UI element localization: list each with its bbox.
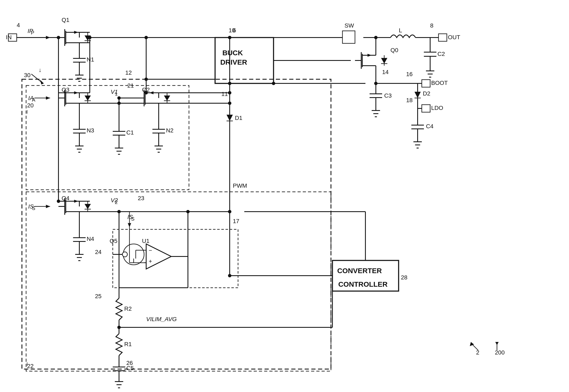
arrow30-label: ↓	[39, 67, 42, 73]
num11-label: 11	[221, 91, 228, 97]
ip-sub: P	[31, 30, 34, 35]
num20-label: 20	[27, 102, 34, 109]
boot-label: BOOT	[431, 80, 448, 86]
num24-label: 24	[95, 249, 102, 255]
q0-label: Q0	[390, 47, 398, 53]
n3-label: N3	[87, 127, 94, 134]
num16-label: 16	[406, 71, 413, 77]
buck-driver-label: BUCK	[222, 49, 243, 57]
converter-controller-label2: CONTROLLER	[338, 280, 388, 288]
pwm-label: PWM	[233, 182, 247, 189]
q1-label: Q1	[62, 17, 69, 23]
c1-label: C1	[126, 129, 134, 136]
ldo-label: LDO	[431, 105, 443, 111]
v1-sub: 1	[115, 91, 118, 97]
v2-sub: 2	[115, 199, 118, 205]
n1-label: N1	[87, 56, 94, 63]
svg-point-61	[374, 36, 377, 39]
r1-label: R1	[124, 341, 132, 347]
num21-label: 21	[127, 82, 134, 89]
d2-label: D2	[423, 90, 430, 97]
buck-driver-label2: DRIVER	[220, 58, 247, 66]
num8-label: 8	[430, 22, 434, 29]
minus-sign: −	[149, 247, 152, 253]
svg-point-204	[117, 326, 121, 329]
is2-sub: S	[131, 216, 135, 222]
num17-label: 17	[233, 218, 239, 224]
c3-label: C3	[384, 92, 392, 99]
svg-point-249	[228, 274, 231, 277]
num30-label: 30	[24, 72, 30, 78]
num23-label: 23	[138, 195, 144, 201]
svg-point-64	[374, 82, 377, 85]
svg-rect-69	[422, 105, 430, 112]
n4-label: N4	[87, 236, 94, 242]
num26-label: 26	[126, 360, 133, 366]
d1-label: D1	[235, 115, 242, 121]
num14-label: 14	[382, 69, 389, 75]
l-label: L	[399, 27, 402, 34]
num18-label: 18	[406, 97, 413, 103]
num12-label: 12	[125, 70, 132, 76]
svg-point-245	[228, 36, 231, 39]
c2-label: C2	[437, 51, 445, 57]
num25-label: 25	[95, 293, 102, 299]
num200-label: 200	[495, 349, 505, 356]
c4-label: C4	[426, 123, 434, 129]
plus-sign: +	[149, 258, 152, 264]
vilim-label: VILIM_AVG	[146, 316, 177, 322]
n2-label: N2	[166, 127, 174, 134]
svg-point-129	[57, 36, 60, 39]
sw-label: SW	[344, 22, 354, 29]
svg-rect-10	[438, 34, 447, 41]
num6-label: 6	[233, 27, 236, 34]
svg-point-169	[57, 199, 60, 203]
converter-controller-label1: CONVERTER	[337, 267, 382, 275]
svg-rect-7	[343, 31, 355, 43]
q5-label: Q5	[110, 238, 117, 244]
num28-label: 28	[401, 274, 407, 281]
r2-label: R2	[124, 306, 132, 312]
in-label: IN	[6, 34, 12, 41]
out-label: OUT	[448, 34, 460, 41]
num22-label: 22	[27, 363, 34, 369]
svg-point-179	[122, 252, 127, 257]
svg-rect-63	[422, 80, 430, 87]
svg-point-242	[88, 36, 91, 39]
num4-label: 4	[17, 22, 20, 28]
u1-label: U1	[142, 238, 150, 244]
